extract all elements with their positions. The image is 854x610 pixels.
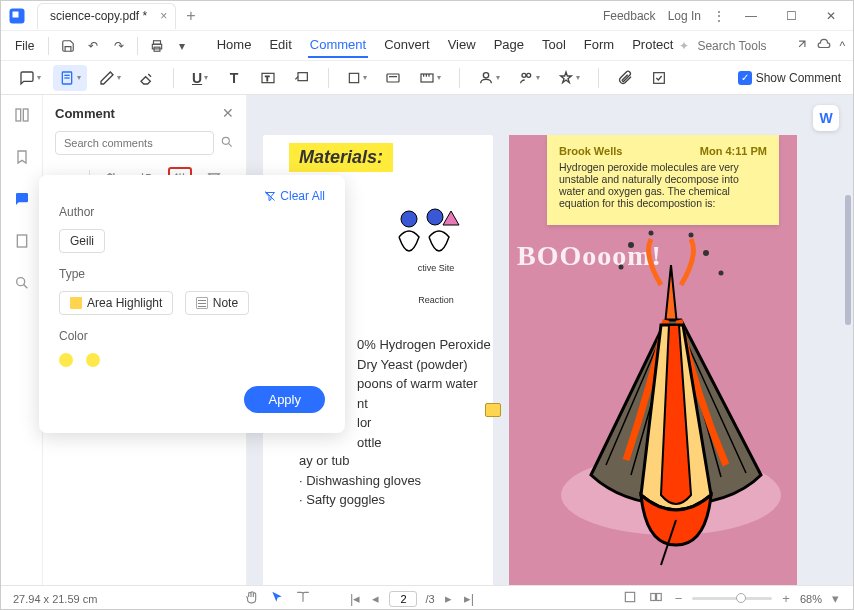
- first-page-icon[interactable]: |◂: [348, 589, 362, 608]
- tab-comment[interactable]: Comment: [308, 33, 368, 58]
- close-tab-icon[interactable]: ×: [160, 9, 167, 23]
- author-chip-geili[interactable]: Geili: [59, 229, 105, 253]
- search-icon[interactable]: [220, 135, 234, 152]
- svg-point-37: [628, 242, 634, 248]
- vertical-scrollbar[interactable]: [845, 195, 851, 325]
- export-word-icon[interactable]: W: [813, 105, 839, 131]
- close-panel-icon[interactable]: ✕: [222, 105, 234, 121]
- left-rail: [1, 95, 43, 585]
- app-logo: [1, 1, 33, 31]
- thumbnails-icon[interactable]: [10, 103, 34, 127]
- color-swatch-1[interactable]: [59, 353, 73, 367]
- save-icon[interactable]: [57, 34, 78, 58]
- show-comment-toggle[interactable]: ✓ Show Comment: [738, 71, 841, 85]
- svg-rect-45: [651, 594, 656, 601]
- clear-all-button[interactable]: Clear All: [264, 189, 325, 203]
- search-rail-icon[interactable]: [10, 271, 34, 295]
- fit-page-icon[interactable]: [647, 588, 665, 609]
- eraser-tool[interactable]: [133, 65, 161, 91]
- underline-tool[interactable]: U▾: [186, 65, 214, 91]
- type-chip-note[interactable]: Note: [185, 291, 249, 315]
- tab-edit[interactable]: Edit: [267, 33, 293, 58]
- close-window-icon[interactable]: ✕: [817, 2, 845, 30]
- more-icon[interactable]: ▾: [171, 34, 192, 58]
- apply-button[interactable]: Apply: [244, 386, 325, 413]
- print-icon[interactable]: [146, 34, 167, 58]
- prev-page-icon[interactable]: ◂: [370, 589, 381, 608]
- pdf-page-right: Brook Wells Mon 4:11 PM Hydrogen peroxid…: [509, 135, 797, 585]
- reaction-diagram: ctive Site Reaction: [391, 207, 481, 305]
- attachments-rail-icon[interactable]: [10, 229, 34, 253]
- zoom-out-icon[interactable]: −: [673, 589, 685, 608]
- highlight-swatch-icon: [70, 297, 82, 309]
- bookmark-icon[interactable]: [10, 145, 34, 169]
- svg-rect-10: [298, 72, 307, 80]
- comments-rail-icon[interactable]: [10, 187, 34, 211]
- signature-tool[interactable]: ▾: [472, 65, 506, 91]
- sticky-note[interactable]: Brook Wells Mon 4:11 PM Hydrogen peroxid…: [547, 135, 779, 225]
- login-link[interactable]: Log In: [668, 9, 701, 23]
- zoom-slider[interactable]: [692, 597, 772, 600]
- text-tool[interactable]: T: [220, 65, 248, 91]
- zoom-in-icon[interactable]: +: [780, 589, 792, 608]
- hand-tool-icon[interactable]: [242, 588, 260, 609]
- callout-tool[interactable]: [288, 65, 316, 91]
- share-icon[interactable]: [795, 37, 809, 54]
- approve-tool[interactable]: ▾: [552, 65, 586, 91]
- comment-marker-icon[interactable]: [485, 403, 501, 417]
- page-number-input[interactable]: [389, 591, 417, 607]
- feedback-link[interactable]: Feedback: [603, 9, 656, 23]
- ingredients-list-top: 0% Hydrogen Peroxide Dry Yeast (powder) …: [357, 335, 491, 452]
- highlight-tool[interactable]: ▾: [53, 65, 87, 91]
- sticky-body: Hydrogen peroxide molecules are very uns…: [559, 161, 767, 209]
- collapse-ribbon-icon[interactable]: ^: [839, 39, 845, 53]
- stamp2-tool[interactable]: ▾: [512, 65, 546, 91]
- menubar: File ↶ ↷ ▾ Home Edit Comment Convert Vie…: [1, 31, 853, 61]
- textbox-tool[interactable]: T: [254, 65, 282, 91]
- read-mode-icon[interactable]: [294, 588, 312, 609]
- show-comment-label: Show Comment: [756, 71, 841, 85]
- wand-icon[interactable]: ✦: [679, 39, 689, 53]
- last-page-icon[interactable]: ▸|: [462, 589, 476, 608]
- color-swatch-2[interactable]: [86, 353, 100, 367]
- select-tool-icon[interactable]: [268, 588, 286, 609]
- cloud-icon[interactable]: [817, 37, 831, 54]
- svg-rect-1: [13, 11, 19, 17]
- attachment-tool[interactable]: [611, 65, 639, 91]
- measure-tool[interactable]: ▾: [413, 65, 447, 91]
- pencil-tool[interactable]: ▾: [93, 65, 127, 91]
- tab-convert[interactable]: Convert: [382, 33, 432, 58]
- comment-search-input[interactable]: [55, 131, 214, 155]
- redo-icon[interactable]: ↷: [108, 34, 129, 58]
- maximize-icon[interactable]: ☐: [777, 2, 805, 30]
- svg-rect-21: [17, 235, 26, 247]
- zoom-dropdown-icon[interactable]: ▾: [830, 589, 841, 608]
- tab-tool[interactable]: Tool: [540, 33, 568, 58]
- document-tab[interactable]: science-copy.pdf * ×: [37, 3, 176, 29]
- type-chip-area-highlight[interactable]: Area Highlight: [59, 291, 173, 315]
- shape-tool[interactable]: ▾: [341, 65, 373, 91]
- svg-point-17: [527, 73, 531, 77]
- minimize-icon[interactable]: —: [737, 2, 765, 30]
- svg-point-34: [427, 209, 443, 225]
- kebab-menu-icon[interactable]: ⋮: [713, 9, 725, 23]
- ribbon-tabs: Home Edit Comment Convert View Page Tool…: [215, 33, 676, 58]
- volcano-illustration: [531, 225, 781, 585]
- stamp-tool[interactable]: [379, 65, 407, 91]
- tab-protect[interactable]: Protect: [630, 33, 675, 58]
- tab-page[interactable]: Page: [492, 33, 526, 58]
- next-page-icon[interactable]: ▸: [443, 589, 454, 608]
- tab-form[interactable]: Form: [582, 33, 616, 58]
- filter-popover: Clear All Author Geili Type Area Highlig…: [39, 175, 345, 433]
- tab-view[interactable]: View: [446, 33, 478, 58]
- tab-home[interactable]: Home: [215, 33, 254, 58]
- file-menu[interactable]: File: [9, 35, 40, 57]
- note-tool[interactable]: ▾: [13, 65, 47, 91]
- svg-point-39: [649, 231, 654, 236]
- zoom-level: 68%: [800, 593, 822, 605]
- undo-icon[interactable]: ↶: [83, 34, 104, 58]
- search-tools-input[interactable]: [697, 39, 787, 53]
- fit-width-icon[interactable]: [621, 588, 639, 609]
- add-tab-button[interactable]: +: [186, 7, 195, 25]
- hide-tool[interactable]: [645, 65, 673, 91]
